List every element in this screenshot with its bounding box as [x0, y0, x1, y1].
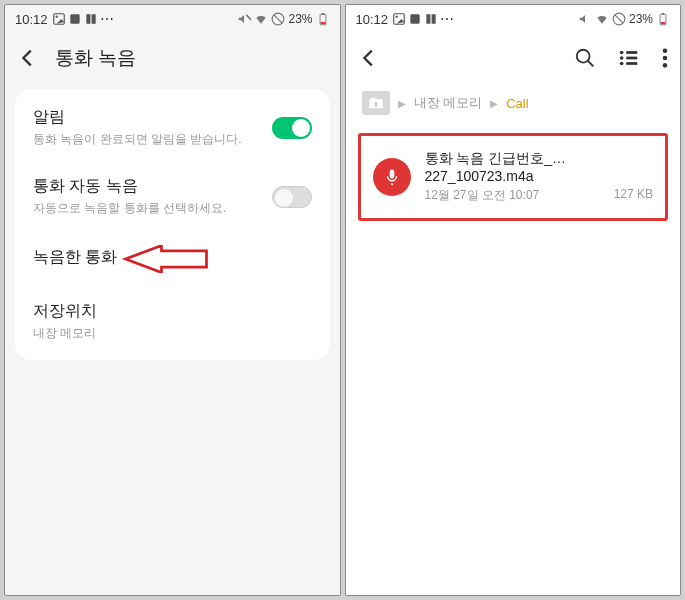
list-view-icon[interactable] — [618, 47, 640, 69]
battery-percent: 23% — [288, 12, 312, 26]
no-sim-icon — [271, 12, 285, 26]
svg-point-17 — [620, 56, 624, 60]
header-right — [346, 33, 681, 83]
mute-icon — [578, 12, 592, 26]
status-time: 10:12 — [356, 12, 389, 27]
file-date: 12월 27일 오전 10:07 — [425, 187, 540, 204]
status-bar: 10:12 ⋯ 23% — [346, 5, 681, 33]
mute-icon — [237, 12, 251, 26]
status-time: 10:12 — [15, 12, 48, 27]
more-icon: ⋯ — [440, 11, 453, 27]
breadcrumb-home-icon[interactable] — [362, 91, 390, 115]
setting-auto-title: 통화 자동 녹음 — [33, 176, 272, 197]
back-icon[interactable] — [17, 47, 39, 69]
header-left: 통화 녹음 — [5, 33, 340, 83]
svg-rect-5 — [320, 22, 325, 24]
setting-location-title: 저장위치 — [33, 301, 312, 322]
status-left-icons: ⋯ — [52, 11, 113, 27]
svg-point-15 — [620, 51, 624, 55]
image-icon — [52, 12, 66, 26]
setting-recorded[interactable]: 녹음한 통화 — [15, 231, 330, 287]
setting-auto-sub: 자동으로 녹음할 통화를 선택하세요. — [33, 200, 272, 217]
status-bar: 10:12 ⋯ 23% — [5, 5, 340, 33]
mic-icon — [373, 158, 411, 196]
phone-left: 10:12 ⋯ 23% 통화 녹음 알림 통화 녹음이 완료되면 알림을 받습니… — [4, 4, 341, 596]
svg-rect-13 — [662, 13, 664, 14]
weather-icon — [408, 12, 422, 26]
svg-rect-12 — [661, 22, 666, 24]
svg-point-22 — [663, 56, 668, 61]
page-title: 통화 녹음 — [55, 45, 136, 71]
svg-rect-16 — [626, 51, 637, 54]
svg-point-21 — [663, 48, 668, 53]
status-right-icons: 23% — [578, 12, 670, 26]
setting-location-sub: 내장 메모리 — [33, 325, 312, 342]
breadcrumb-root[interactable]: 내장 메모리 — [414, 94, 483, 112]
svg-rect-20 — [626, 62, 637, 65]
file-size: 127 KB — [614, 187, 653, 204]
breadcrumb: ▶ 내장 메모리 ▶ Call — [346, 83, 681, 123]
battery-icon — [316, 12, 330, 26]
wifi-icon — [595, 12, 609, 26]
chevron-right-icon: ▶ — [490, 98, 498, 109]
wifi-icon — [254, 12, 268, 26]
flip-icon — [424, 12, 438, 26]
phone-right: 10:12 ⋯ 23% ▶ 내장 메모리 ▶ — [345, 4, 682, 596]
status-left-icons: ⋯ — [392, 11, 453, 27]
back-icon[interactable] — [358, 47, 380, 69]
setting-notify-sub: 통화 녹음이 완료되면 알림을 받습니다. — [33, 131, 272, 148]
svg-rect-2 — [70, 14, 79, 23]
battery-icon — [656, 12, 670, 26]
toggle-auto[interactable] — [272, 186, 312, 208]
svg-point-1 — [55, 16, 57, 18]
breadcrumb-current[interactable]: Call — [506, 96, 528, 111]
no-sim-icon — [612, 12, 626, 26]
battery-percent: 23% — [629, 12, 653, 26]
weather-icon — [68, 12, 82, 26]
status-right-icons: 23% — [237, 12, 329, 26]
setting-recorded-title: 녹음한 통화 — [33, 247, 117, 268]
svg-rect-9 — [410, 14, 419, 23]
chevron-right-icon: ▶ — [398, 98, 406, 109]
svg-point-8 — [396, 16, 398, 18]
svg-rect-6 — [321, 13, 323, 14]
svg-point-23 — [663, 63, 668, 68]
toggle-notify[interactable] — [272, 117, 312, 139]
highlight-arrow-icon — [121, 245, 211, 273]
svg-point-14 — [577, 50, 590, 63]
svg-point-19 — [620, 62, 624, 66]
file-item[interactable]: 통화 녹음 긴급번호_…227_100723.m4a 12월 27일 오전 10… — [358, 133, 669, 221]
file-name: 통화 녹음 긴급번호_…227_100723.m4a — [425, 150, 654, 184]
setting-notify[interactable]: 알림 통화 녹음이 완료되면 알림을 받습니다. — [15, 93, 330, 162]
image-icon — [392, 12, 406, 26]
setting-location[interactable]: 저장위치 내장 메모리 — [15, 287, 330, 356]
flip-icon — [84, 12, 98, 26]
setting-auto[interactable]: 통화 자동 녹음 자동으로 녹음할 통화를 선택하세요. — [15, 162, 330, 231]
more-menu-icon[interactable] — [662, 47, 668, 69]
more-icon: ⋯ — [100, 11, 113, 27]
svg-rect-18 — [626, 57, 637, 60]
search-icon[interactable] — [574, 47, 596, 69]
setting-notify-title: 알림 — [33, 107, 272, 128]
settings-card: 알림 통화 녹음이 완료되면 알림을 받습니다. 통화 자동 녹음 자동으로 녹… — [15, 89, 330, 360]
